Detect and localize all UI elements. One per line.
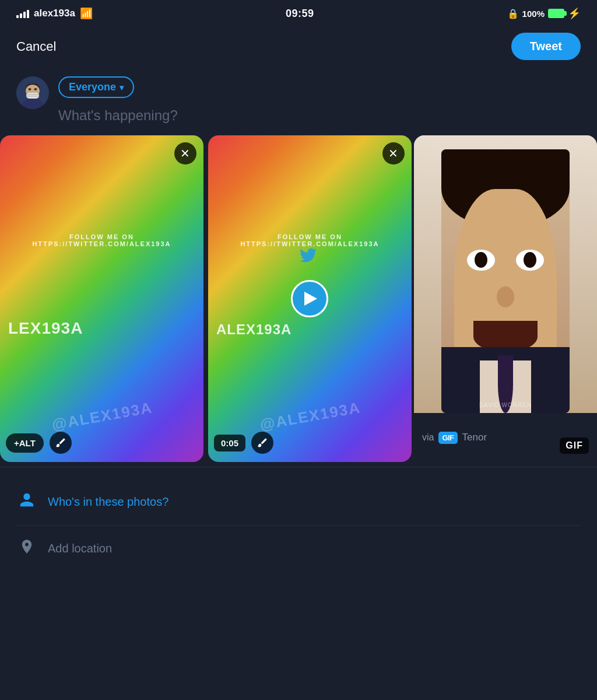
svg-rect-2 [26, 93, 39, 99]
card-watermark-2: @ALEX193A [259, 398, 363, 434]
signal-bars-icon [16, 9, 29, 18]
media-grid: ✕ FOLLOW ME ON HTTPS://TWITTER.COM/ALEX1… [0, 135, 597, 462]
play-button[interactable] [291, 280, 328, 317]
status-time: 09:59 [286, 8, 314, 20]
media-card-gif: DAVID WORREN GIF via GIF Tenor [414, 135, 597, 462]
brush-icon [55, 437, 66, 449]
brush-icon-2 [257, 437, 268, 449]
gif-watermark-text: DAVID WORREN [479, 402, 532, 408]
remove-video-button[interactable]: ✕ [382, 142, 405, 164]
carrier-label: alex193a [34, 8, 75, 19]
card-bottom-bar-2: 0:05 [214, 432, 406, 454]
card-watermark-1: @ALEX193A [51, 398, 154, 434]
lock-icon: 🔒 [507, 8, 519, 19]
gif-preview: DAVID WORREN [414, 135, 597, 413]
cancel-button[interactable]: Cancel [16, 39, 56, 54]
gif-badge-label: GIF [560, 438, 589, 454]
footer-actions: Who's in these photos? Add location [0, 467, 597, 583]
location-icon [16, 538, 37, 559]
card-username-2: ALEX193A [216, 321, 292, 338]
avatar-image [16, 76, 49, 109]
twitter-logo [298, 246, 321, 267]
person-icon [16, 492, 37, 512]
card-text-top-1: FOLLOW ME ON HTTPS://TWITTER.COM/ALEX193… [0, 233, 203, 247]
media-card-video: ✕ FOLLOW ME ON HTTPS://TWITTER.COM/ALEX1… [208, 135, 412, 462]
card-bottom-bar-1: +ALT [6, 432, 198, 454]
audience-label: Everyone [69, 81, 116, 93]
add-location-item[interactable]: Add location [16, 526, 581, 572]
compose-header: Cancel Tweet [0, 24, 597, 67]
battery-bolt-icon: ⚡ [568, 7, 581, 20]
add-location-label: Add location [48, 542, 112, 555]
gif-logo: GIF [438, 432, 457, 444]
avatar-svg [16, 76, 49, 109]
twitter-bird-icon [298, 246, 321, 272]
edit-video-button[interactable] [251, 432, 273, 454]
tenor-label: Tenor [462, 432, 487, 443]
remove-image-button[interactable]: ✕ [174, 142, 196, 164]
tweet-button[interactable]: Tweet [511, 33, 581, 60]
who-in-photos-item[interactable]: Who's in these photos? [16, 479, 581, 526]
card-username-1: LEX193A [8, 319, 83, 338]
alt-button[interactable]: +ALT [6, 433, 44, 453]
svg-point-5 [29, 88, 31, 90]
svg-point-6 [34, 88, 37, 90]
avatar [16, 76, 49, 109]
compose-area: Everyone ▾ What's happening? [0, 67, 597, 131]
status-right: 🔒 100% ⚡ [507, 7, 581, 20]
compose-right: Everyone ▾ What's happening? [58, 76, 581, 126]
wifi-icon: 📶 [80, 7, 93, 20]
status-bar: alex193a 📶 09:59 🔒 100% ⚡ [0, 0, 597, 24]
audience-button[interactable]: Everyone ▾ [58, 76, 134, 98]
compose-placeholder[interactable]: What's happening? [58, 105, 581, 126]
battery-icon [548, 9, 564, 18]
via-text: via [422, 432, 434, 443]
play-triangle-icon [304, 292, 317, 306]
status-left: alex193a 📶 [16, 7, 93, 20]
video-duration: 0:05 [214, 435, 245, 452]
who-in-photos-label: Who's in these photos? [48, 495, 168, 509]
card-text-top-2: FOLLOW ME ON HTTPS://TWITTER.COM/ALEX193… [208, 233, 412, 247]
chevron-down-icon: ▾ [120, 83, 124, 92]
media-card-image: ✕ FOLLOW ME ON HTTPS://TWITTER.COM/ALEX1… [0, 135, 203, 462]
alt-label: +ALT [14, 438, 36, 448]
edit-image-button[interactable] [50, 432, 72, 454]
battery-percentage: 100% [522, 9, 545, 19]
